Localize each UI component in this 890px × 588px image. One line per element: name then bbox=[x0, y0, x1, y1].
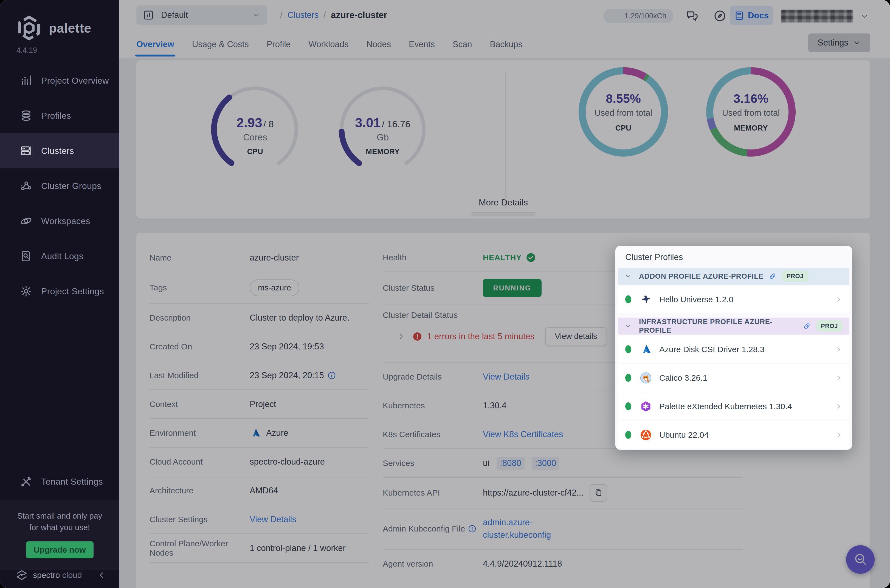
sidebar-item-clusters[interactable]: Clusters bbox=[0, 133, 119, 168]
profile-section-header[interactable]: INFRASTRUCTURE PROFILE AZURE-PROFILEPROJ bbox=[618, 318, 849, 334]
link-icon[interactable] bbox=[803, 322, 811, 330]
chevron-right-icon bbox=[835, 346, 842, 353]
scope-badge: PROJ bbox=[782, 270, 809, 282]
collapse-sidebar-icon[interactable] bbox=[97, 570, 106, 580]
profile-pack-palette-extended-kubernetes-1-30-4[interactable]: Palette eXtended Kubernetes 1.30.4 bbox=[618, 393, 849, 420]
chevron-down-icon bbox=[625, 322, 632, 330]
link-icon bbox=[768, 272, 777, 280]
profile-pack-ubuntu-22-04[interactable]: Ubuntu 22.04 bbox=[618, 421, 849, 448]
sidebar-footer: spectro cloud bbox=[0, 562, 119, 588]
profile-section-label: INFRASTRUCTURE PROFILE AZURE-PROFILE bbox=[639, 318, 798, 334]
orbit-icon bbox=[20, 215, 32, 227]
azure-icon bbox=[639, 343, 652, 356]
pxk-icon bbox=[639, 400, 652, 413]
profile-pack-hello-universe-1-2-0[interactable]: Hello Universe 1.2.0 bbox=[618, 285, 849, 313]
profile-section-label: ADDON PROFILE AZURE-PROFILE bbox=[639, 272, 764, 280]
network-icon bbox=[20, 180, 32, 192]
bar-chart-icon bbox=[20, 74, 32, 87]
chevron-right-icon bbox=[835, 296, 842, 303]
sidebar-item-cluster-groups[interactable]: Cluster Groups bbox=[0, 168, 119, 204]
sidebar-item-workspaces[interactable]: Workspaces bbox=[0, 204, 119, 238]
chevron-right-icon bbox=[835, 431, 842, 438]
scope-badge: PROJ bbox=[816, 320, 843, 332]
panel-title: Cluster Profiles bbox=[625, 252, 849, 262]
gear-icon bbox=[20, 285, 32, 298]
sidebar: palette 4.4.19 Project OverviewProfilesC… bbox=[0, 0, 119, 588]
profile-pack-azure-disk-csi-driver-1-28-3[interactable]: Azure Disk CSI Driver 1.28.3 bbox=[618, 335, 849, 363]
sidebar-nav: Project OverviewProfilesClustersCluster … bbox=[0, 63, 119, 309]
link-icon[interactable] bbox=[768, 272, 777, 280]
pack-name: Palette eXtended Kubernetes 1.30.4 bbox=[659, 402, 792, 411]
profile-pack-calico-3-26-1[interactable]: Calico 3.26.1 bbox=[618, 364, 849, 392]
palette-app: palette 4.4.19 Project OverviewProfilesC… bbox=[0, 0, 890, 588]
audit-icon bbox=[20, 250, 32, 262]
tools-icon bbox=[20, 475, 32, 488]
status-dot bbox=[625, 345, 631, 353]
status-dot bbox=[625, 402, 631, 410]
promo-line-2: for what you use! bbox=[0, 522, 119, 533]
brand-name: palette bbox=[49, 21, 92, 36]
chevron-down-icon bbox=[625, 273, 632, 280]
sidebar-item-label: Workspaces bbox=[41, 216, 90, 226]
profile-section-items: Hello Universe 1.2.0 bbox=[618, 285, 849, 313]
profile-section-header[interactable]: ADDON PROFILE AZURE-PROFILEPROJ bbox=[618, 268, 849, 285]
profile-section-items: Azure Disk CSI Driver 1.28.3Calico 3.26.… bbox=[618, 335, 849, 448]
sidebar-item-project-settings[interactable]: Project Settings bbox=[0, 274, 119, 309]
chevron-down-icon bbox=[625, 273, 632, 280]
app-version: 4.4.19 bbox=[17, 46, 37, 55]
layers-icon bbox=[20, 110, 32, 122]
pack-name: Ubuntu 22.04 bbox=[659, 430, 708, 440]
chevron-down-icon bbox=[625, 322, 632, 330]
sidebar-item-label: Tenant Settings bbox=[41, 477, 103, 487]
sidebar-item-label: Audit Logs bbox=[41, 251, 83, 261]
sidebar-item-label: Profiles bbox=[41, 111, 71, 121]
chevron-right-icon bbox=[835, 296, 842, 303]
chevron-right-icon bbox=[835, 374, 842, 381]
sidebar-item-profiles[interactable]: Profiles bbox=[0, 98, 119, 133]
chevron-right-icon bbox=[835, 403, 842, 410]
server-icon bbox=[20, 144, 32, 157]
link-icon bbox=[803, 322, 811, 330]
upgrade-now-button[interactable]: Upgrade now bbox=[26, 542, 93, 558]
sidebar-tenant: Tenant Settings bbox=[0, 464, 119, 499]
calico-icon bbox=[639, 372, 652, 384]
chevron-right-icon bbox=[835, 431, 842, 438]
pack-name: Calico 3.26.1 bbox=[659, 373, 707, 382]
sidebar-item-project-overview[interactable]: Project Overview bbox=[0, 63, 119, 98]
sidebar-item-tenant-settings[interactable]: Tenant Settings bbox=[0, 464, 119, 499]
palette-hexagon-icon bbox=[16, 15, 42, 41]
status-dot bbox=[625, 374, 631, 382]
status-dot bbox=[625, 296, 631, 303]
cluster-profiles-panel: Cluster Profiles ADDON PROFILE AZURE-PRO… bbox=[615, 246, 852, 450]
hello-universe-icon bbox=[639, 293, 652, 306]
promo-line-1: Start small and only pay bbox=[0, 510, 119, 522]
upgrade-promo: Start small and only pay for what you us… bbox=[0, 500, 119, 570]
panel-sections: ADDON PROFILE AZURE-PROFILEPROJHello Uni… bbox=[618, 268, 849, 448]
ubuntu-icon bbox=[639, 429, 652, 441]
palette-logo: palette bbox=[16, 14, 92, 42]
status-dot bbox=[625, 431, 631, 439]
sidebar-item-label: Project Overview bbox=[41, 76, 109, 86]
chevron-right-icon bbox=[835, 403, 842, 410]
chevron-right-icon bbox=[835, 374, 842, 381]
spectro-cloud-icon bbox=[15, 569, 28, 581]
pack-name: Azure Disk CSI Driver 1.28.3 bbox=[659, 345, 764, 354]
chevron-right-icon bbox=[835, 346, 842, 353]
pack-name: Hello Universe 1.2.0 bbox=[659, 295, 733, 304]
main-area: Default / Clusters / azure-cluster 1.29/… bbox=[119, 0, 890, 588]
spectro-cloud-label: spectro cloud bbox=[33, 570, 82, 580]
sidebar-item-audit-logs[interactable]: Audit Logs bbox=[0, 238, 119, 274]
sidebar-item-label: Cluster Groups bbox=[41, 181, 101, 191]
sidebar-item-label: Project Settings bbox=[41, 286, 104, 297]
sidebar-item-label: Clusters bbox=[41, 146, 74, 156]
